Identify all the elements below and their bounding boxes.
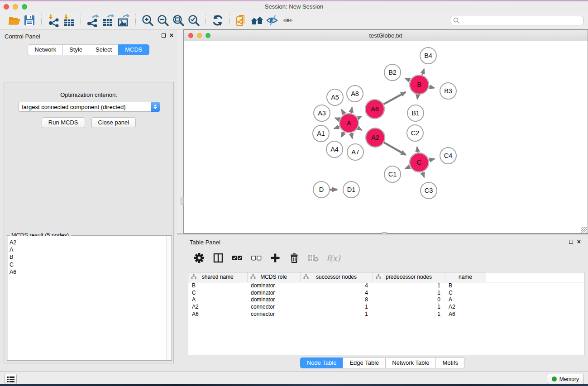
graph-edge[interactable] (334, 127, 339, 129)
optimization-criterion-label: Optimization criterion: (4, 91, 173, 98)
float-table-panel-icon[interactable] (569, 240, 573, 244)
search-field[interactable] (450, 16, 583, 25)
table-tab-edge-table[interactable]: Edge Table (343, 357, 385, 368)
apply-layout-icon[interactable] (210, 13, 225, 28)
export-network-icon[interactable] (85, 13, 100, 28)
table-row[interactable]: Bdominator41B (188, 282, 584, 289)
table-panel: Table Panel × (177, 235, 588, 372)
column-header[interactable]: predecessor nodes (373, 272, 445, 282)
table-tab-node-table[interactable]: Node Table (300, 357, 343, 368)
tab-mcds[interactable]: MCDS (118, 44, 149, 55)
table-tab-network-table[interactable]: Network Table (385, 357, 435, 368)
show-panel-list-button[interactable] (5, 374, 17, 384)
graph-edge[interactable] (405, 78, 410, 81)
search-input[interactable] (462, 18, 583, 24)
graph-edge[interactable] (383, 92, 406, 104)
column-header[interactable]: MCDS role (247, 272, 300, 282)
delete-table-icon[interactable] (307, 252, 319, 264)
window-resize-grip[interactable] (581, 227, 587, 233)
close-table-panel-icon[interactable]: × (577, 239, 581, 244)
network-canvas[interactable]: B4B2BB3A5A8A6A3AB1A1C2A2A4A7CC4C1C3DD1 (184, 41, 588, 233)
zoom-in-icon[interactable] (140, 13, 155, 28)
tab-network[interactable]: Network (28, 44, 62, 55)
tab-style[interactable]: Style (62, 44, 89, 55)
table-row[interactable]: Cdominator41C (188, 289, 584, 296)
new-session-from-network-icon[interactable] (234, 13, 249, 28)
close-panel-icon[interactable]: × (170, 33, 173, 38)
export-table-icon[interactable] (100, 13, 116, 28)
close-window-button[interactable] (4, 4, 9, 10)
show-graphics-details-icon[interactable] (280, 13, 296, 28)
tab-select[interactable]: Select (89, 44, 118, 55)
minimize-window-button[interactable] (13, 4, 18, 10)
delete-column-icon[interactable] (288, 252, 300, 264)
graph-edge[interactable] (384, 143, 406, 155)
save-session-icon[interactable] (22, 13, 37, 28)
graph-edge[interactable] (335, 118, 339, 120)
mcds-result-list[interactable]: A2ABCA6 (8, 236, 171, 360)
table-header-row[interactable]: shared nameMCDS rolesuccessor nodesprede… (188, 272, 584, 282)
float-panel-icon[interactable] (162, 33, 166, 38)
close-panel-button[interactable]: Close panel (91, 117, 136, 128)
table-row[interactable]: A6connector11A6 (188, 310, 584, 318)
export-image-icon[interactable] (116, 13, 131, 28)
table-row[interactable]: A2connector11A2 (188, 303, 584, 310)
deselect-all-icon[interactable] (250, 252, 262, 264)
graph-edge[interactable] (417, 95, 418, 99)
network-zoom-button[interactable] (206, 33, 210, 38)
graph-node-label: A2 (371, 134, 379, 141)
memory-button[interactable]: Memory (547, 374, 584, 384)
graph-edge[interactable] (342, 110, 344, 114)
function-builder-icon[interactable]: f(x) (326, 253, 340, 263)
graph-edge[interactable] (351, 133, 353, 138)
table-tab-motifs[interactable]: Motifs (435, 357, 465, 368)
show-all-networks-icon[interactable] (249, 13, 265, 28)
toggle-column-view-icon[interactable] (212, 252, 224, 264)
zoom-fit-icon[interactable] (171, 13, 186, 28)
run-mcds-button[interactable]: Run MCDS (42, 117, 85, 128)
graph-edge[interactable] (341, 132, 344, 137)
settings-gear-icon[interactable] (193, 252, 205, 264)
graph-edge[interactable] (405, 167, 410, 169)
graph-edge[interactable] (422, 69, 424, 75)
hide-graphics-details-icon[interactable] (265, 13, 280, 28)
main-toolbar (0, 12, 588, 29)
import-network-icon[interactable] (46, 13, 61, 28)
column-header[interactable]: name (445, 272, 486, 282)
result-item[interactable]: A2 (10, 239, 171, 246)
graph-edge[interactable] (417, 147, 418, 153)
graph-edge[interactable] (358, 128, 362, 130)
table-row[interactable]: Adominator80A (188, 296, 584, 304)
result-item[interactable]: A6 (10, 268, 171, 276)
zoom-window-button[interactable] (22, 4, 27, 10)
network-minimize-button[interactable] (197, 33, 202, 38)
network-window-titlebar[interactable]: testGlobe.txt (184, 30, 588, 41)
graph-edge[interactable] (351, 107, 352, 113)
column-header[interactable]: shared name (188, 272, 247, 282)
zoom-out-icon[interactable] (155, 13, 171, 28)
import-table-icon[interactable] (61, 13, 76, 28)
select-all-icon[interactable] (231, 252, 243, 264)
network-close-button[interactable] (188, 33, 193, 38)
table-cell: A6 (445, 310, 486, 318)
table-cell-filler (486, 310, 584, 318)
result-item[interactable]: B (10, 253, 171, 261)
graph-edge[interactable] (358, 116, 361, 118)
graph-edge[interactable] (429, 159, 434, 160)
zoom-selected-icon[interactable] (186, 13, 201, 28)
result-list-scrollbar[interactable] (166, 236, 171, 360)
criterion-dropdown[interactable]: largest connected component (directed) (18, 102, 160, 112)
graph-node-label: A4 (330, 146, 339, 153)
graph-edge[interactable] (422, 172, 424, 177)
table-cell: dominator (247, 296, 300, 304)
table-cell: A (188, 296, 247, 304)
add-column-icon[interactable] (269, 252, 281, 264)
result-item[interactable]: A (10, 246, 171, 253)
result-item[interactable]: C (10, 261, 171, 268)
column-header[interactable]: successor nodes (300, 272, 373, 282)
split-divider-handle-vertical[interactable] (181, 197, 184, 205)
open-file-icon[interactable] (6, 13, 22, 28)
list-icon (7, 376, 14, 382)
graph-node-label: B3 (444, 87, 452, 95)
graph-edge[interactable] (429, 87, 434, 88)
